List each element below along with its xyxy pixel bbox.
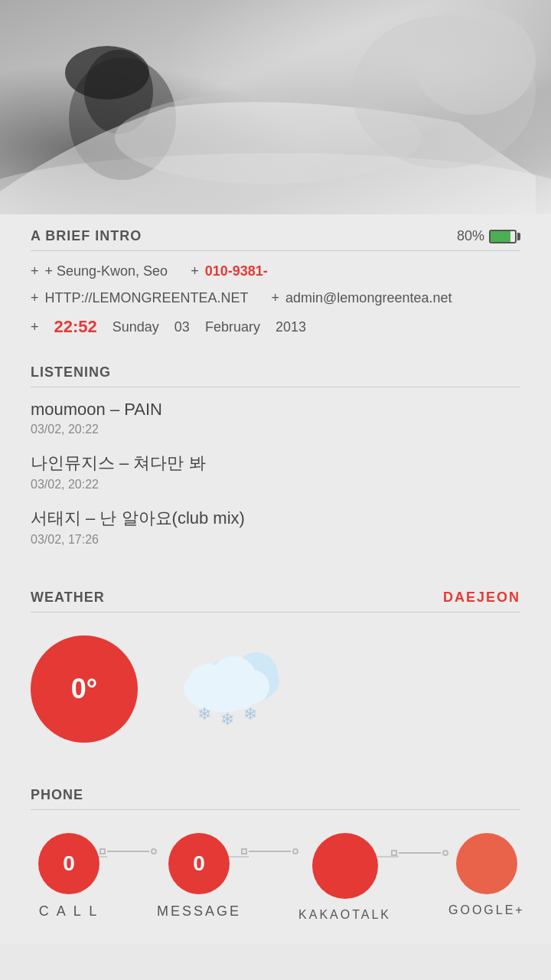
phone-header: PHONE (31, 787, 520, 810)
year: 2013 (276, 319, 306, 335)
name-item: + + Seung-Kwon, Seo (31, 263, 168, 279)
intro-title: A BRIEF INTRO (31, 228, 142, 244)
day-number: 03 (174, 319, 190, 335)
day-name: Sunday (112, 319, 159, 335)
message-bubble[interactable]: 0 (168, 833, 230, 894)
weather-section: WEATHER DAEJEON 0° (0, 576, 551, 773)
battery-tip (517, 233, 520, 240)
contact-name: + Seung-Kwon, Seo (45, 263, 168, 279)
connector-1 (99, 848, 157, 854)
track-item-1: moumoon – PAIN 03/02, 20:22 (31, 400, 520, 436)
kakao-bubble[interactable] (312, 833, 378, 899)
intro-section: A BRIEF INTRO 80% + + Seung-Kwon, Seo + … (0, 214, 551, 351)
name-phone-row: + + Seung-Kwon, Seo + 010-9381- (31, 263, 520, 279)
phone-item-message[interactable]: 0 MESSAGE (157, 833, 241, 920)
track-title-1: moumoon – PAIN (31, 400, 520, 420)
svg-text:❄: ❄ (197, 704, 211, 724)
battery-container: 80% (457, 228, 520, 244)
battery-icon (489, 230, 520, 243)
listening-header: LISTENING (31, 364, 520, 387)
track-date-2: 03/02, 20:22 (31, 478, 520, 492)
time-date-row: + 22:52 Sunday 03 February 2013 (31, 317, 520, 337)
weather-header: WEATHER DAEJEON (31, 590, 520, 612)
intro-header: A BRIEF INTRO 80% (31, 228, 520, 251)
message-label: MESSAGE (157, 903, 241, 920)
svg-text:❄: ❄ (220, 710, 234, 729)
google-label: GOOGLE+ (448, 903, 525, 917)
contact-phone[interactable]: 010-9381- (205, 263, 268, 279)
svg-point-6 (65, 46, 149, 100)
web-email-row: + HTTP://LEMONGREENTEA.NET + admin@lemon… (31, 290, 520, 306)
svg-text:❄: ❄ (243, 704, 257, 724)
hero-image (0, 0, 551, 214)
main-content: A BRIEF INTRO 80% + + Seung-Kwon, Seo + … (0, 214, 551, 945)
website-item: + HTTP://LEMONGREENTEA.NET (31, 290, 249, 306)
call-label: C A L L (39, 903, 99, 920)
phone-item-google[interactable]: GOOGLE+ (448, 833, 525, 917)
svg-point-9 (413, 8, 536, 115)
phone-items: 0 C A L L 0 MESSAGE (31, 833, 520, 922)
month-name: February (205, 319, 260, 335)
snow-cloud-icon: ❄ ❄ ❄ (168, 639, 291, 739)
connector-2 (241, 848, 298, 854)
phone-item-kakao[interactable]: KAKAOTALK (298, 833, 391, 922)
temperature-circle: 0° (31, 635, 138, 743)
temperature-value: 0° (71, 673, 97, 705)
phone-title: PHONE (31, 787, 83, 803)
google-bubble[interactable] (456, 833, 517, 894)
weather-title: WEATHER (31, 590, 105, 606)
track-date-1: 03/02, 20:22 (31, 423, 520, 436)
contact-email[interactable]: admin@lemongreentea.net (285, 290, 452, 306)
listening-title: LISTENING (31, 364, 111, 381)
phone-section: PHONE 0 C A L L 0 (0, 773, 551, 945)
current-time: 22:52 (54, 317, 97, 337)
track-title-2: 나인뮤지스 – 쳐다만 봐 (31, 452, 520, 475)
connector-3 (391, 850, 448, 856)
track-item-2: 나인뮤지스 – 쳐다만 봐 03/02, 20:22 (31, 452, 520, 492)
phone-item-call[interactable]: 0 C A L L (38, 833, 99, 920)
svg-point-16 (236, 670, 269, 704)
phone-item: + 010-9381- (191, 263, 268, 279)
weather-city: DAEJEON (443, 590, 520, 606)
track-date-3: 03/02, 17:26 (31, 533, 520, 547)
listening-section: LISTENING moumoon – PAIN 03/02, 20:22 나인… (0, 351, 551, 576)
contact-website[interactable]: HTTP://LEMONGREENTEA.NET (45, 290, 249, 306)
kakao-label: KAKAOTALK (298, 908, 391, 922)
weather-icon-area: ❄ ❄ ❄ (168, 635, 291, 743)
call-bubble[interactable]: 0 (38, 833, 99, 894)
track-item-3: 서태지 – 난 알아요(club mix) 03/02, 17:26 (31, 507, 520, 547)
weather-display: 0° ❄ ❄ ❄ (31, 628, 520, 750)
battery-percent: 80% (457, 228, 484, 244)
email-item: + admin@lemongreentea.net (272, 290, 452, 306)
battery-fill (491, 231, 510, 242)
track-title-3: 서태지 – 난 알아요(club mix) (31, 507, 520, 530)
call-count: 0 (63, 851, 75, 876)
message-count: 0 (193, 851, 205, 876)
battery-body (489, 230, 517, 243)
